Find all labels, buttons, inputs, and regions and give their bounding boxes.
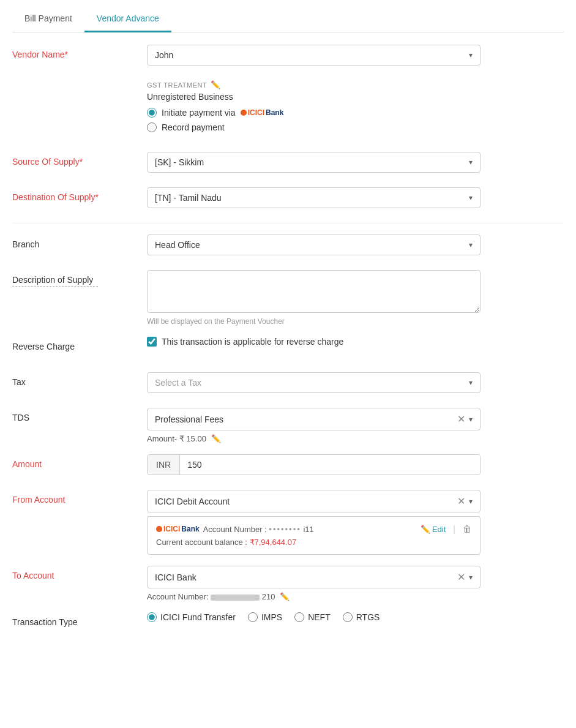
description-label: Description of Supply [12, 270, 147, 287]
tax-control: Select a Tax ▾ [147, 372, 564, 393]
source-supply-chevron-icon: ▾ [469, 158, 473, 167]
destination-supply-row: Destination Of Supply* [TN] - Tamil Nadu… [12, 187, 564, 212]
payment-icici-label: Initiate payment via [162, 108, 236, 118]
tax-row: Tax Select a Tax ▾ [12, 372, 564, 397]
icici-dot [241, 110, 247, 116]
transaction-rtgs-option[interactable]: RTGS [343, 612, 380, 622]
tds-amount-edit-icon[interactable]: ✏️ [211, 434, 221, 443]
to-account-number: Account Number: 210 ✏️ [147, 592, 564, 601]
from-account-row: From Account ICICI Debit Account ✕ ▾ ICI… [12, 490, 564, 555]
tds-control: Professional Fees ✕ ▾ Amount- ₹ 15.00 ✏️ [147, 408, 564, 443]
tds-chevron-icon: ▾ [469, 415, 473, 424]
gst-edit-icon[interactable]: ✏️ [211, 80, 221, 89]
transaction-neft-label: NEFT [308, 612, 331, 622]
transaction-type-control: ICICI Fund Transfer IMPS NEFT RTGS [147, 612, 564, 622]
to-account-edit-icon[interactable]: ✏️ [280, 592, 290, 601]
source-supply-row: Source Of Supply* [SK] - Sikkim ▾ [12, 152, 564, 176]
vendor-name-row: Vendor Name* John ▾ [12, 45, 564, 69]
reverse-charge-row: Reverse Charge This transaction is appli… [12, 337, 564, 361]
to-account-dropdown[interactable]: ICICI Bank ✕ ▾ [147, 566, 481, 588]
description-control: Will be displayed on the Payment Voucher [147, 270, 564, 326]
vendor-name-control: John ▾ [147, 45, 564, 66]
destination-supply-value: [TN] - Tamil Nadu [155, 193, 222, 203]
branch-value: Head Office [155, 240, 200, 250]
to-account-clear-icon[interactable]: ✕ [457, 571, 465, 583]
payment-icici-option[interactable]: Initiate payment via ICICI Bank [147, 108, 564, 118]
transaction-rtgs-radio[interactable] [343, 612, 353, 622]
payment-record-radio[interactable] [147, 122, 157, 132]
branch-label: Branch [12, 235, 147, 249]
branch-row: Branch Head Office ▾ [12, 235, 564, 259]
transaction-icici-label: ICICI Fund Transfer [160, 612, 236, 622]
reverse-charge-text: This transaction is applicable for rever… [162, 337, 343, 347]
source-supply-dropdown[interactable]: [SK] - Sikkim ▾ [147, 152, 481, 173]
to-account-masked-bar [211, 595, 260, 601]
destination-supply-dropdown[interactable]: [TN] - Tamil Nadu ▾ [147, 187, 481, 208]
branch-dropdown[interactable]: Head Office ▾ [147, 235, 481, 255]
from-account-label: From Account [12, 490, 147, 505]
transaction-type-group: ICICI Fund Transfer IMPS NEFT RTGS [147, 612, 564, 622]
vendor-name-label: Vendor Name* [12, 45, 147, 59]
transaction-icici-radio[interactable] [147, 612, 157, 622]
destination-supply-label: Destination Of Supply* [12, 187, 147, 202]
tax-label: Tax [12, 372, 147, 387]
payment-record-option[interactable]: Record payment [147, 122, 564, 132]
to-account-row: To Account ICICI Bank ✕ ▾ Account Number… [12, 566, 564, 601]
to-account-suffix: 210 [262, 592, 275, 601]
description-textarea[interactable] [147, 270, 481, 313]
vendor-name-chevron-icon: ▾ [469, 51, 473, 59]
from-account-dropdown[interactable]: ICICI Debit Account ✕ ▾ [147, 490, 481, 512]
source-supply-value: [SK] - Sikkim [155, 157, 204, 167]
payment-icici-radio[interactable] [147, 108, 157, 118]
account-suffix: i11 [303, 525, 313, 534]
tax-placeholder: Select a Tax [155, 378, 201, 388]
reverse-charge-checkbox[interactable] [147, 337, 157, 347]
account-actions: ✏️ Edit | 🗑 [421, 524, 471, 534]
to-account-chevron-icon: ▾ [469, 573, 473, 582]
account-info-header: ICICI Bank Account Number : •••••••• i11… [156, 524, 471, 534]
branch-control: Head Office ▾ [147, 235, 564, 255]
gst-value: Unregistered Business [147, 92, 564, 102]
transaction-icici-option[interactable]: ICICI Fund Transfer [147, 612, 236, 622]
gst-treatment-row: GST TREATMENT ✏️ Unregistered Business I… [12, 80, 564, 141]
from-account-chevron-icon: ▾ [469, 497, 473, 506]
icici-text: ICICI [248, 108, 264, 117]
tab-bill-payment[interactable]: Bill Payment [12, 6, 84, 32]
account-icici-text: ICICI [163, 525, 180, 533]
section-divider-1 [12, 223, 564, 223]
reverse-charge-control: This transaction is applicable for rever… [147, 337, 564, 347]
transaction-neft-option[interactable]: NEFT [294, 612, 331, 622]
transaction-type-row: Transaction Type ICICI Fund Transfer IMP… [12, 612, 564, 637]
reverse-charge-checkbox-item[interactable]: This transaction is applicable for rever… [147, 337, 564, 347]
to-account-control: ICICI Bank ✕ ▾ Account Number: 210 ✏️ [147, 566, 564, 601]
amount-control: INR [147, 454, 564, 475]
transaction-rtgs-label: RTGS [356, 612, 380, 622]
gst-control: GST TREATMENT ✏️ Unregistered Business I… [147, 80, 564, 141]
actions-separator: | [453, 524, 455, 534]
vendor-name-dropdown[interactable]: John ▾ [147, 45, 481, 66]
payment-record-label: Record payment [162, 122, 225, 132]
account-icici-dot [156, 526, 162, 532]
transaction-imps-radio[interactable] [248, 612, 258, 622]
tds-clear-icon[interactable]: ✕ [457, 413, 465, 425]
destination-supply-chevron-icon: ▾ [469, 193, 473, 202]
to-account-label: To Account [12, 566, 147, 580]
account-delete-icon[interactable]: 🗑 [463, 524, 471, 534]
transaction-neft-radio[interactable] [294, 612, 304, 622]
tds-label: TDS [12, 408, 147, 422]
tds-dropdown[interactable]: Professional Fees ✕ ▾ [147, 408, 481, 430]
amount-input[interactable] [180, 455, 480, 475]
gst-block: GST TREATMENT ✏️ Unregistered Business I… [147, 80, 564, 132]
tds-row: TDS Professional Fees ✕ ▾ Amount- ₹ 15.0… [12, 408, 564, 443]
description-row: Description of Supply Will be displayed … [12, 270, 564, 326]
from-account-value: ICICI Debit Account [155, 497, 230, 506]
amount-label: Amount [12, 454, 147, 469]
description-helper: Will be displayed on the Payment Voucher [147, 317, 564, 326]
tab-vendor-advance[interactable]: Vendor Advance [84, 6, 171, 32]
account-icici-bank-text: Bank [181, 525, 199, 533]
transaction-imps-label: IMPS [261, 612, 282, 622]
from-account-clear-icon[interactable]: ✕ [457, 495, 465, 507]
tax-dropdown[interactable]: Select a Tax ▾ [147, 372, 481, 393]
transaction-imps-option[interactable]: IMPS [248, 612, 282, 622]
account-edit-link[interactable]: ✏️ Edit [421, 525, 446, 534]
